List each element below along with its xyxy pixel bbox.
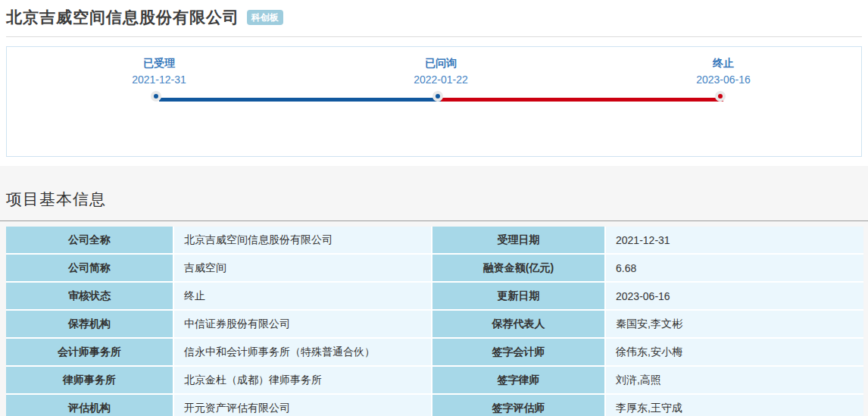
timeline-milestone-terminated: 终止 2023-06-16 [663, 57, 784, 86]
milestone-label: 终止 [663, 57, 784, 70]
field-value: 北京吉威空间信息股份有限公司 [174, 227, 432, 255]
field-label: 受理日期 [432, 227, 606, 255]
project-info-section: 项目基本信息 公司全称 北京吉威空间信息股份有限公司 受理日期 2021-12-… [0, 166, 868, 416]
timeline-dot-accepted [151, 91, 161, 102]
table-row: 审核状态 终止 更新日期 2023-06-16 [6, 283, 863, 311]
field-label: 签字会计师 [432, 339, 606, 367]
field-value: 徐伟东,安小梅 [606, 339, 863, 367]
field-label: 公司全称 [6, 227, 174, 255]
milestone-date: 2022-01-22 [380, 74, 501, 86]
table-row: 保荐机构 中信证券股份有限公司 保荐代表人 秦国安,李文彬 [6, 311, 863, 339]
field-value: 终止 [174, 283, 432, 311]
timeline-dot-inquired [432, 91, 443, 102]
section-divider [0, 221, 868, 221]
page-header: 北京吉威空间信息股份有限公司 科创板 [0, 0, 868, 37]
field-value: 刘浒,高照 [606, 367, 863, 395]
field-label: 签字律师 [432, 367, 606, 395]
field-value: 吉威空间 [174, 255, 432, 283]
field-label: 保荐机构 [6, 311, 174, 339]
timeline-milestone-inquired: 已问询 2022-01-22 [380, 57, 501, 86]
timeline-segment-terminated [441, 98, 723, 102]
section-heading: 项目基本信息 [0, 189, 868, 210]
field-label: 保荐代表人 [432, 311, 606, 339]
field-value: 李厚东,王守成 [606, 395, 863, 416]
table-row: 评估机构 开元资产评估有限公司 签字评估师 李厚东,王守成 [6, 395, 863, 416]
field-label: 评估机构 [6, 395, 174, 416]
title-row: 北京吉威空间信息股份有限公司 科创板 [6, 7, 862, 28]
table-row: 公司简称 吉威空间 融资金额(亿元) 6.68 [6, 255, 863, 283]
table-row: 会计师事务所 信永中和会计师事务所（特殊普通合伙） 签字会计师 徐伟东,安小梅 [6, 339, 863, 367]
field-value: 开元资产评估有限公司 [174, 395, 432, 416]
timeline-segment-progress [159, 98, 441, 102]
timeline-milestone-accepted: 已受理 2021-12-31 [98, 57, 220, 86]
field-label: 审核状态 [6, 283, 174, 311]
milestone-label: 已问询 [380, 57, 501, 70]
milestone-label: 已受理 [98, 57, 220, 70]
page-title: 北京吉威空间信息股份有限公司 [6, 7, 239, 28]
table-row: 公司全称 北京吉威空间信息股份有限公司 受理日期 2021-12-31 [6, 227, 863, 255]
field-value: 6.68 [606, 255, 863, 283]
field-value: 信永中和会计师事务所（特殊普通合伙） [174, 339, 432, 367]
board-badge: 科创板 [247, 10, 283, 25]
field-label: 律师事务所 [6, 367, 174, 395]
field-value: 2021-12-31 [606, 227, 863, 255]
field-label: 融资金额(亿元) [432, 255, 606, 283]
field-label: 公司简称 [6, 255, 174, 283]
table-row: 律师事务所 北京金杜（成都）律师事务所 签字律师 刘浒,高照 [6, 367, 863, 395]
field-value: 2023-06-16 [606, 283, 863, 311]
header-divider [6, 36, 862, 37]
field-label: 签字评估师 [432, 395, 606, 416]
field-label: 更新日期 [432, 283, 606, 311]
field-value: 秦国安,李文彬 [606, 311, 863, 339]
milestone-date: 2021-12-31 [98, 74, 220, 86]
field-value: 中信证券股份有限公司 [174, 311, 432, 339]
field-label: 会计师事务所 [6, 339, 174, 367]
timeline-dot-terminated [715, 91, 726, 102]
project-info-table: 公司全称 北京吉威空间信息股份有限公司 受理日期 2021-12-31 公司简称… [6, 227, 863, 416]
milestone-date: 2023-06-16 [663, 74, 784, 86]
field-value: 北京金杜（成都）律师事务所 [174, 367, 432, 395]
status-timeline: 已受理 2021-12-31 已问询 2022-01-22 终止 2023-06… [6, 46, 862, 157]
